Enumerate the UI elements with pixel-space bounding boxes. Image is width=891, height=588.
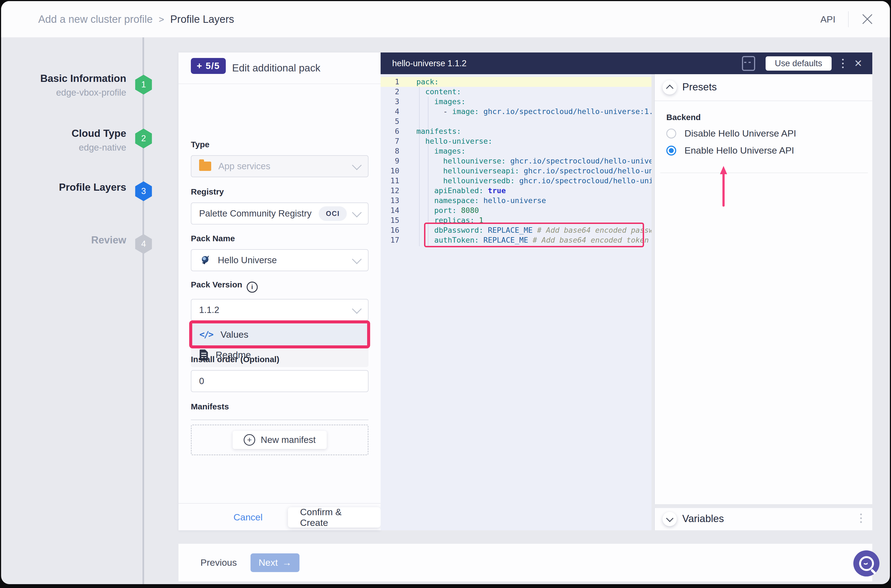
stepper-line xyxy=(143,38,144,584)
code-line: images: xyxy=(381,97,652,106)
gutter: 1234567891011121314151617 xyxy=(381,77,399,245)
oci-badge: OCI xyxy=(319,206,347,221)
step-badge-3: 3 xyxy=(134,182,153,201)
values-label: Values xyxy=(221,329,248,340)
chevron-down-icon xyxy=(352,207,362,217)
cancel-button[interactable]: Cancel xyxy=(233,504,263,531)
plus-icon: + xyxy=(244,434,255,446)
breadcrumb: Add a new cluster profile > Profile Laye… xyxy=(38,1,234,38)
next-button[interactable]: Next→ xyxy=(251,554,300,572)
code-line: hellouniverseapi: ghcr.io/spectrocloud/h… xyxy=(381,166,652,176)
code-line: pack: xyxy=(381,77,652,87)
editor-menu-icon[interactable] xyxy=(842,59,844,60)
backend-group-label: Backend xyxy=(666,112,701,122)
editor-close-icon[interactable]: ✕ xyxy=(854,58,862,69)
radio-icon xyxy=(666,129,676,138)
info-icon[interactable]: i xyxy=(247,282,258,292)
arrow-right-icon: → xyxy=(282,557,292,568)
collapse-presets-button[interactable] xyxy=(662,80,677,94)
edit-pack-footer: Cancel Confirm & Create xyxy=(179,503,381,531)
chevron-up-icon xyxy=(666,85,673,92)
code-line: - image: ghcr.io/spectrocloud/hello-univ… xyxy=(381,106,652,117)
install-order-label: Install order (Optional) xyxy=(191,355,279,364)
code-icon: </> xyxy=(199,329,213,340)
header-divider xyxy=(848,11,849,27)
chevron-down-icon xyxy=(666,514,673,522)
step-badge-2: 2 xyxy=(134,129,153,148)
edit-pack-header: + 5/5 Edit additional pack xyxy=(179,52,381,84)
variables-menu-icon[interactable] xyxy=(860,513,862,515)
type-select[interactable]: App services xyxy=(191,155,369,177)
hello-universe-logo-icon xyxy=(199,254,211,266)
code-line: apiEnabled: true xyxy=(381,186,652,196)
pack-name-select[interactable]: Hello Universe xyxy=(191,249,369,271)
code-line xyxy=(381,117,652,126)
new-manifest-button[interactable]: + New manifest xyxy=(233,431,327,449)
diff-view-icon[interactable] xyxy=(742,56,755,71)
expand-variables-button[interactable] xyxy=(662,512,677,526)
chevron-down-icon xyxy=(352,254,362,264)
replace-me-annotation xyxy=(424,222,644,247)
manifests-dropzone: + New manifest xyxy=(191,424,369,455)
pack-name-label: Pack Name xyxy=(191,234,235,243)
magnifier-icon xyxy=(859,556,874,571)
values-tab[interactable]: </> Values xyxy=(192,323,367,345)
radio-selected-icon xyxy=(666,146,676,156)
breadcrumb-current: Profile Layers xyxy=(170,14,234,25)
radio-label: Disable Hello Universe API xyxy=(685,128,796,139)
install-order-input[interactable]: 0 xyxy=(191,370,369,392)
step-badge-4: 4 xyxy=(134,234,153,254)
previous-button[interactable]: Previous xyxy=(200,557,237,568)
presets-panel: Presets Backend Disable Hello Universe A… xyxy=(654,74,872,504)
app-window: Add a new cluster profile > Profile Laye… xyxy=(1,1,890,584)
radio-label: Enable Hello Universe API xyxy=(685,145,794,156)
annotation-arrow-up xyxy=(720,166,727,207)
step-title: Profile Layers xyxy=(11,182,126,194)
editor-titlebar: hello-universe 1.1.2 Use defaults ✕ xyxy=(381,52,872,74)
registry-select[interactable]: Palette Community Registry OCI xyxy=(191,202,369,225)
editor-title: hello-universe 1.1.2 xyxy=(392,58,467,68)
manifests-label: Manifests xyxy=(191,402,229,411)
presets-title: Presets xyxy=(682,81,716,93)
step-title: Basic Information xyxy=(11,72,126,85)
breadcrumb-separator: > xyxy=(159,14,164,25)
yaml-editor[interactable]: pack: content: images: - image: ghcr.io/… xyxy=(381,74,652,530)
confirm-create-button[interactable]: Confirm & Create xyxy=(288,507,381,528)
api-link[interactable]: API xyxy=(820,14,835,25)
chevron-down-icon xyxy=(352,160,362,170)
presets-section-divider xyxy=(660,172,868,173)
use-defaults-button[interactable]: Use defaults xyxy=(766,56,832,70)
variables-title: Variables xyxy=(682,513,724,525)
search-fab[interactable] xyxy=(853,550,879,576)
radio-enable-api[interactable]: Enable Hello Universe API xyxy=(666,145,794,156)
pack-version-label: Pack Versioni xyxy=(191,280,258,292)
code-line: content: xyxy=(381,87,652,97)
close-icon[interactable] xyxy=(861,13,873,25)
edit-pack-title: Edit additional pack xyxy=(232,52,321,84)
type-label: Type xyxy=(191,140,209,149)
wizard-footer: Previous Next→ xyxy=(179,544,872,581)
pack-version-value: 1.1.2 xyxy=(199,305,219,315)
code-line: port: 8080 xyxy=(381,206,652,215)
pack-name-value: Hello Universe xyxy=(218,255,277,266)
manifests-divider xyxy=(191,420,369,420)
step-subtitle: edge-vbox-profile xyxy=(11,87,126,98)
step-subtitle: edge-native xyxy=(11,142,126,153)
step-title: Review xyxy=(11,234,126,246)
presets-header: Presets xyxy=(655,74,872,101)
install-order-value: 0 xyxy=(199,376,204,386)
step-badge-1: 1 xyxy=(134,75,153,94)
breadcrumb-parent[interactable]: Add a new cluster profile xyxy=(38,14,153,25)
code-line: hello-universe: xyxy=(381,136,652,146)
registry-label: Registry xyxy=(191,187,224,196)
code-line: images: xyxy=(381,146,652,156)
top-header: Add a new cluster profile > Profile Laye… xyxy=(1,1,890,38)
code-content: pack: content: images: - image: ghcr.io/… xyxy=(381,77,652,245)
code-line: hellouniversedb: ghcr.io/spectrocloud/he… xyxy=(381,176,652,186)
edit-pack-panel: + 5/5 Edit additional pack Type App serv… xyxy=(179,52,381,530)
pack-version-select[interactable]: 1.1.2 xyxy=(191,299,369,321)
chevron-down-icon xyxy=(352,304,362,314)
type-value: App services xyxy=(218,161,270,171)
radio-disable-api[interactable]: Disable Hello Universe API xyxy=(666,128,796,139)
code-line: hellouniverse: ghcr.io/spectrocloud/hell… xyxy=(381,156,652,166)
